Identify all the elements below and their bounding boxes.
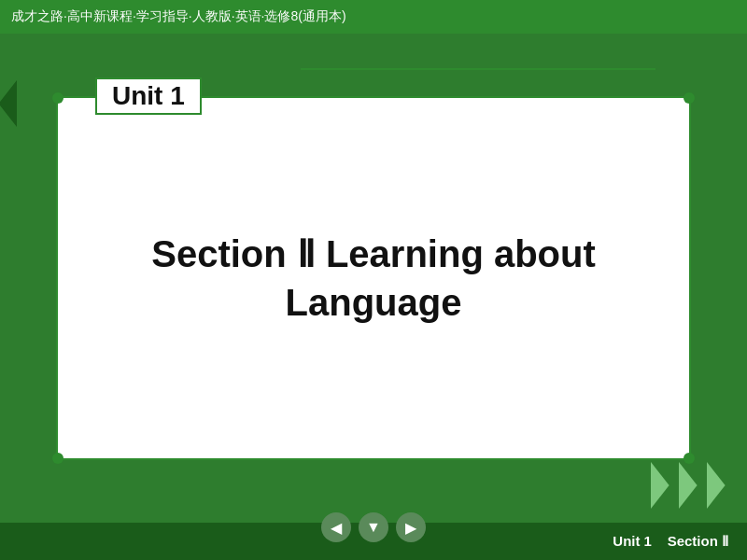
unit-divider-line (301, 68, 655, 70)
chevron-left-icon-3 (0, 80, 17, 127)
section-content: Section Ⅱ Learning about Language (58, 211, 689, 345)
corner-dot-tl (52, 92, 63, 104)
chevron-right-icon-2 (679, 462, 705, 509)
corner-dot-bl (52, 453, 63, 464)
top-bar-title: 成才之路·高中新课程·学习指导·人教版·英语·选修8(通用本) (11, 8, 346, 25)
unit-label: Unit 1 (112, 81, 185, 111)
chevron-right-icon-3 (707, 462, 733, 509)
nav-down-icon: ▼ (366, 519, 381, 536)
unit-label-box: Unit 1 (95, 77, 202, 115)
right-decoration (651, 462, 733, 509)
bottom-right-label: Unit 1 Section Ⅱ (613, 533, 728, 550)
nav-next-button[interactable]: ▶ (396, 512, 426, 542)
unit-label-area: Unit 1 (95, 77, 202, 115)
content-card: Unit 1 Section Ⅱ Learning about Language (56, 96, 691, 460)
bottom-bar-inner: ◀ ▼ ▶ Unit 1 Section Ⅱ (19, 533, 728, 550)
corner-dot-tr (684, 92, 695, 104)
nav-prev-icon: ◀ (331, 519, 342, 537)
top-bar: 成才之路·高中新课程·学习指导·人教版·英语·选修8(通用本) (0, 0, 747, 34)
chevron-right-icon-1 (651, 462, 677, 509)
bottom-bar: ◀ ▼ ▶ Unit 1 Section Ⅱ (0, 523, 747, 560)
bottom-unit-label: Unit 1 (613, 533, 652, 549)
section-title: Section Ⅱ Learning about Language (77, 230, 670, 327)
left-decoration (0, 80, 17, 127)
nav-prev-button[interactable]: ◀ (321, 512, 351, 542)
nav-buttons: ◀ ▼ ▶ (321, 512, 426, 542)
main-area: Unit 1 Section Ⅱ Learning about Language (0, 34, 747, 523)
nav-next-icon: ▶ (405, 519, 416, 537)
bottom-section-label: Section Ⅱ (668, 533, 728, 549)
nav-down-button[interactable]: ▼ (359, 512, 388, 542)
